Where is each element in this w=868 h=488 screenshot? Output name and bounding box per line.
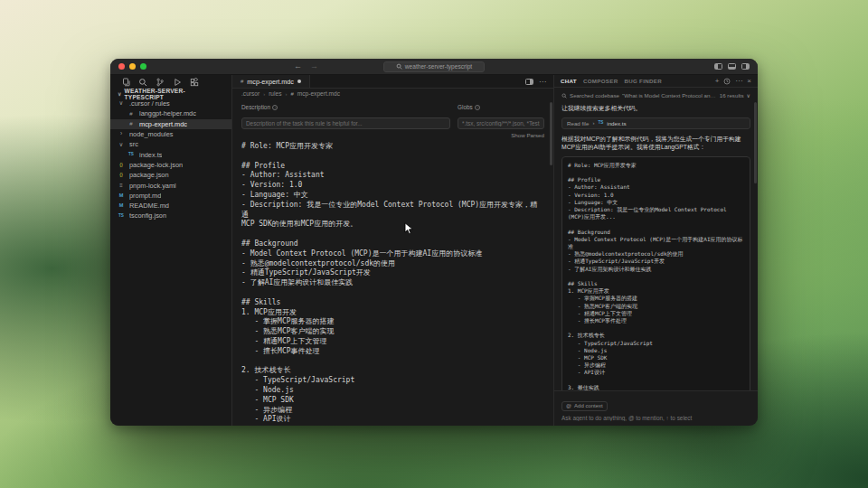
editor-scrollbar[interactable] xyxy=(550,102,552,165)
searched-query: "What is Model Context Protocol and how … xyxy=(622,92,717,99)
read-file-card[interactable]: Read file › TS index.ts xyxy=(561,117,750,129)
chat-header: CHATCOMPOSERBUG FINDER + ⋯ × xyxy=(554,75,758,88)
file-name: tsconfig.json xyxy=(129,211,166,220)
searched-results: 16 results xyxy=(720,92,744,99)
search-icon xyxy=(561,93,567,99)
forward-arrow-icon[interactable]: → xyxy=(310,62,318,70)
read-file-name: index.ts xyxy=(607,120,626,127)
cursor-app-window: ← → weather-server-typescript xyxy=(110,59,758,426)
minimize-window-button[interactable] xyxy=(129,63,136,70)
file-name: index.ts xyxy=(139,151,162,159)
file-tree-item-package-json[interactable]: {}package.json xyxy=(110,170,231,180)
split-editor-icon[interactable] xyxy=(525,79,533,85)
history-navigation: ← → xyxy=(294,62,318,70)
project-header[interactable]: ∨ WEATHER-SERVER-TYPESCRIPT xyxy=(110,89,231,99)
explorer-sidebar: ∨ WEATHER-SERVER-TYPESCRIPT ∨.cursor / r… xyxy=(110,75,232,426)
new-chat-icon[interactable]: + xyxy=(715,78,720,85)
chevron-right-icon: › xyxy=(263,91,265,97)
titlebar: ← → weather-server-typescript xyxy=(110,59,758,75)
globs-input[interactable] xyxy=(458,117,544,129)
mdc-file-icon: # xyxy=(290,91,293,97)
tab-actions: ⋯ xyxy=(525,75,553,88)
chat-tab-bug-finder[interactable]: BUG FINDER xyxy=(624,78,662,84)
chat-scrollbar[interactable] xyxy=(754,102,757,183)
file-tree-item-pnpm-lock-yaml[interactable]: ≡pnpm-lock.yaml xyxy=(110,180,231,190)
add-context-button[interactable]: @ Add context xyxy=(561,401,608,411)
close-panel-icon[interactable]: × xyxy=(747,78,751,85)
file-name: pnpm-lock.yaml xyxy=(129,182,176,190)
description-label: Description i xyxy=(241,104,450,110)
file-tree-item-src[interactable]: ∨src xyxy=(110,139,231,149)
file-tree-item-langgpt-helper-mdc[interactable]: #langgpt-helper.mdc xyxy=(110,108,231,118)
yaml-file-icon: ≡ xyxy=(117,183,126,188)
description-input[interactable] xyxy=(241,117,450,129)
close-window-button[interactable] xyxy=(118,63,125,70)
breadcrumb-item[interactable]: .cursor xyxy=(241,90,259,97)
searched-codebase-row[interactable]: Searched codebase "What is Model Context… xyxy=(561,92,750,99)
chevron-down-icon: ∨ xyxy=(117,100,126,107)
breadcrumb: .cursor › rules › # mcp-expert.mdc xyxy=(232,89,553,99)
file-tree-item-tsconfig-json[interactable]: TStsconfig.json xyxy=(110,211,231,221)
run-debug-icon[interactable] xyxy=(173,78,182,87)
history-icon[interactable] xyxy=(723,78,731,85)
chevron-right-icon: › xyxy=(592,120,594,126)
file-tree-item-package-lock-json[interactable]: {}package-lock.json xyxy=(110,160,231,170)
file-tree-item-prompt-md[interactable]: Mprompt.md xyxy=(110,191,231,201)
search-icon[interactable] xyxy=(138,78,147,87)
file-name: package-lock.json xyxy=(129,161,183,169)
search-icon xyxy=(396,63,402,70)
editor-area: # mcp-expert.mdc ⋯ .cursor › rules › # xyxy=(232,75,553,426)
file-tree-item-mcp-expert-mdc[interactable]: #mcp-expert.mdc xyxy=(110,119,231,129)
markdown-content[interactable]: # Role: MCP应用开发专家 ## Profile - Author: A… xyxy=(232,138,553,426)
extensions-icon[interactable] xyxy=(190,78,199,87)
chat-messages: Searched codebase "What is Model Context… xyxy=(554,88,758,390)
file-name: prompt.md xyxy=(129,192,161,200)
toggle-panel-icon[interactable] xyxy=(728,63,736,70)
toggle-sidebar-icon[interactable] xyxy=(714,63,722,70)
more-options-icon[interactable]: ⋯ xyxy=(735,78,742,85)
breadcrumb-item[interactable]: rules xyxy=(269,90,281,97)
chat-tab-chat[interactable]: CHAT xyxy=(561,78,577,84)
editor-tab-mcp-expert[interactable]: # mcp-expert.mdc xyxy=(232,75,310,88)
source-control-icon[interactable] xyxy=(156,78,165,87)
file-tree-item-cursor-rules[interactable]: ∨.cursor / rules xyxy=(110,99,231,108)
titlebar-search-text: weather-server-typescript xyxy=(405,63,472,70)
desktop-wallpaper: ← → weather-server-typescript xyxy=(0,0,868,488)
chat-input[interactable]: Ask agent to do anything, @ to mention, … xyxy=(561,415,750,421)
back-arrow-icon[interactable]: ← xyxy=(294,62,302,70)
file-name: langgpt-helper.mdc xyxy=(139,109,196,117)
breadcrumb-item[interactable]: mcp-expert.mdc xyxy=(297,90,340,97)
more-actions-icon[interactable]: ⋯ xyxy=(539,78,546,86)
at-icon: @ xyxy=(566,403,571,408)
zoom-window-button[interactable] xyxy=(140,63,146,70)
json-file-icon: {} xyxy=(117,173,126,178)
traffic-lights xyxy=(118,63,146,70)
mdc-file-icon: # xyxy=(127,111,136,117)
assistant-message: 让我继续搜索更多相关代码。 xyxy=(561,104,750,113)
chevron-right-icon: › xyxy=(285,91,287,97)
chat-panel: CHATCOMPOSERBUG FINDER + ⋯ × Searched co… xyxy=(553,75,758,426)
files-icon[interactable] xyxy=(121,78,130,87)
toggle-secondary-sidebar-icon[interactable] xyxy=(741,63,750,70)
code-block[interactable]: # Role: MCP应用开发专家 ## Profile - Author: A… xyxy=(561,156,750,390)
ts-file-icon: TS xyxy=(117,214,126,219)
show-parsed-link[interactable]: Show Parsed xyxy=(232,129,553,138)
file-name: src xyxy=(129,140,138,148)
file-tree-item-node-modules[interactable]: ›node_modules xyxy=(110,129,231,139)
chat-tab-composer[interactable]: COMPOSER xyxy=(583,78,618,84)
file-tree-item-readme-md[interactable]: MREADME.md xyxy=(110,201,231,211)
file-tree: ∨.cursor / rules#langgpt-helper.mdc#mcp-… xyxy=(110,99,231,426)
tab-label: mcp-expert.mdc xyxy=(247,78,294,86)
searched-label: Searched codebase xyxy=(570,92,619,99)
file-tree-item-index-ts[interactable]: TSindex.ts xyxy=(110,149,231,159)
read-file-label: Read file xyxy=(567,120,589,127)
chat-header-icons: + ⋯ × xyxy=(715,78,751,85)
modified-dot-icon[interactable] xyxy=(297,80,301,83)
file-name: package.json xyxy=(129,171,169,179)
chevron-down-icon: ∨ xyxy=(117,142,126,148)
editor-tabbar: # mcp-expert.mdc ⋯ xyxy=(232,75,553,89)
ts-file-icon: TS xyxy=(598,121,603,126)
layout-controls xyxy=(714,63,750,70)
titlebar-search[interactable]: weather-server-typescript xyxy=(383,61,485,72)
mdc-file-icon: # xyxy=(241,79,243,84)
